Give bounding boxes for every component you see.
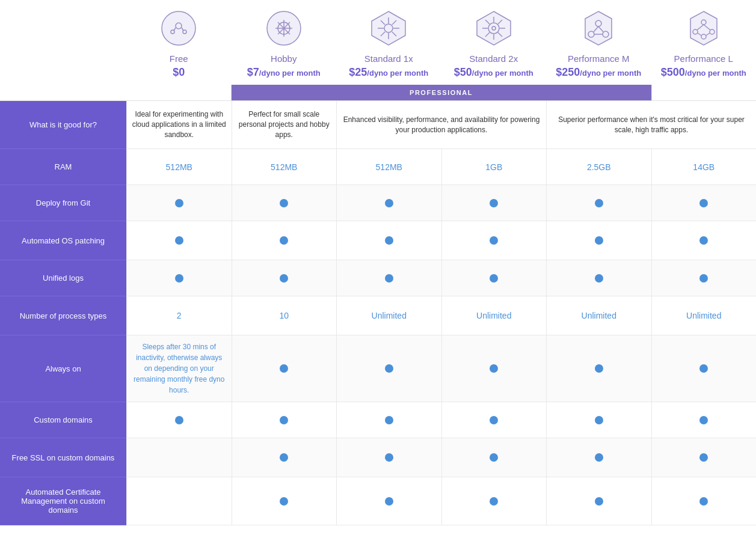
custom-domains-label: Custom domains	[0, 402, 126, 438]
dot-logs-free	[175, 274, 183, 283]
dot-always-pl	[699, 364, 708, 373]
logs-hobby	[232, 260, 337, 296]
cert-mgmt-label: Automated Certificate Management on cust…	[0, 477, 126, 525]
ram-hobby: 512MB	[232, 149, 337, 185]
row-good-for: What is it good for? Ideal for experimen…	[0, 100, 756, 149]
dot-cd-s1x	[385, 416, 393, 424]
unified-logs-label: Unified logs	[0, 260, 126, 296]
hobby-plan-name: Hobby	[271, 54, 297, 64]
banner-empty-1	[0, 85, 126, 100]
svg-marker-12	[372, 11, 405, 45]
deploy-git-free	[126, 185, 232, 221]
logs-pm	[546, 260, 651, 296]
ram-standard2x: 1GB	[441, 149, 547, 185]
process-pl: Unlimited	[651, 296, 757, 335]
perf-l-plan-name: Performance L	[674, 54, 733, 64]
dot-cert-pl	[699, 497, 708, 506]
deploy-git-pl	[651, 185, 757, 221]
cert-pl	[651, 477, 757, 525]
custom-domain-free	[126, 402, 232, 438]
dot-ssl-hobby	[280, 453, 288, 462]
process-s1x: Unlimited	[336, 296, 441, 335]
header-empty	[0, 0, 126, 85]
dot-always-s1x	[385, 364, 393, 373]
pricing-table: Free $0 Hobby $7/dyno per month	[0, 0, 756, 525]
always-on-pl	[651, 335, 757, 402]
plan-header-free: Free $0	[126, 0, 232, 85]
ram-label: RAM	[0, 149, 126, 185]
ssl-pl	[651, 438, 757, 477]
row-always-on: Always on Sleeps after 30 mins of inacti…	[0, 335, 756, 402]
dot-cd-free	[175, 416, 183, 424]
good-for-free: Ideal for experimenting with cloud appli…	[126, 101, 232, 149]
row-unified-logs: Unified logs	[0, 260, 756, 296]
free-plan-name: Free	[170, 54, 188, 64]
row-custom-domains: Custom domains	[0, 402, 756, 438]
process-s2x: Unlimited	[441, 296, 547, 335]
dot-os-s2x	[490, 236, 498, 245]
always-on-s1x	[336, 335, 441, 402]
svg-marker-22	[477, 11, 511, 45]
standard1x-icon	[369, 9, 408, 47]
always-on-free: Sleeps after 30 mins of inactivity, othe…	[126, 335, 232, 402]
cert-s1x	[336, 477, 441, 525]
logs-pl	[651, 260, 757, 296]
logs-free	[126, 260, 232, 296]
plan-header-perf-l: Performance L $500/dyno per month	[651, 0, 757, 85]
dot-ssl-s2x	[490, 453, 498, 462]
good-for-performance: Superior performance when it's most crit…	[546, 101, 756, 149]
os-patching-label: Automated OS patching	[0, 221, 126, 260]
dot-os-s1x	[385, 236, 393, 245]
dot-ssl-pm	[595, 453, 603, 462]
custom-domain-hobby	[232, 402, 337, 438]
process-hobby: 10	[232, 296, 337, 335]
logs-s1x	[336, 260, 441, 296]
plan-header-standard1x: Standard 1x $25/dyno per month	[336, 0, 441, 85]
dot-cd-hobby	[280, 416, 288, 424]
deploy-git-label: Deploy from Git	[0, 185, 126, 221]
row-cert-mgmt: Automated Certificate Management on cust…	[0, 477, 756, 525]
dot-always-pm	[595, 364, 603, 373]
dot-cd-pl	[699, 416, 708, 424]
os-patch-pm	[546, 221, 651, 260]
dot-cd-pm	[595, 416, 603, 424]
perf-l-icon	[684, 9, 723, 47]
banner-empty-3	[651, 85, 757, 100]
perf-m-icon	[579, 9, 618, 47]
custom-domain-s2x	[441, 402, 547, 438]
dot-always-hobby	[280, 364, 288, 373]
row-process-types: Number of process types 2 10 Unlimited U…	[0, 296, 756, 335]
svg-marker-33	[585, 11, 612, 45]
header-row: Free $0 Hobby $7/dyno per month	[0, 0, 756, 85]
dot-os-pl	[699, 236, 708, 245]
ssl-free	[126, 438, 232, 477]
os-patch-free	[126, 221, 232, 260]
dot-cert-hobby	[280, 497, 288, 506]
os-patch-pl	[651, 221, 757, 260]
deploy-git-pm	[546, 185, 651, 221]
perf-m-plan-name: Performance M	[568, 54, 630, 64]
ssl-s1x	[336, 438, 441, 477]
row-os-patching: Automated OS patching	[0, 221, 756, 260]
perf-l-plan-price: $500/dyno per month	[661, 66, 746, 79]
professional-label: PROFESSIONAL	[232, 85, 651, 100]
always-on-pm	[546, 335, 651, 402]
process-pm: Unlimited	[546, 296, 651, 335]
banner-empty-2	[126, 85, 232, 100]
good-for-hobby: Perfect for small scale personal project…	[232, 101, 337, 149]
dot-logs-s1x	[385, 274, 393, 283]
always-on-s2x	[441, 335, 547, 402]
dot-deploy-git-pm	[595, 199, 603, 207]
hobby-icon	[265, 9, 303, 47]
dot-os-hobby	[280, 236, 288, 245]
dot-cert-s2x	[490, 497, 498, 506]
cert-hobby	[232, 477, 337, 525]
ssl-pm	[546, 438, 651, 477]
dot-deploy-git-pl	[699, 199, 708, 207]
process-free: 2	[126, 296, 232, 335]
custom-domain-pl	[651, 402, 757, 438]
dot-deploy-git-free	[175, 199, 183, 207]
dot-cert-pm	[595, 497, 603, 506]
os-patch-s1x	[336, 221, 441, 260]
svg-marker-40	[690, 11, 717, 45]
